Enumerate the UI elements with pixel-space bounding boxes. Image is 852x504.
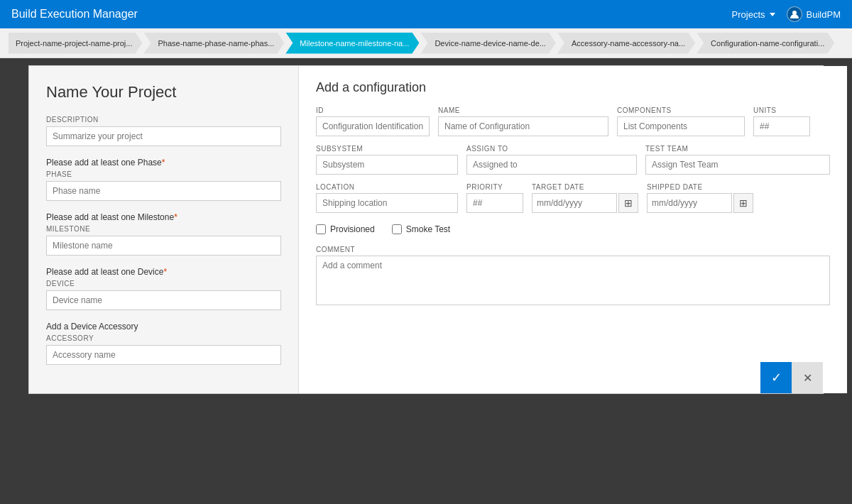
subsystem-label: SUBSYSTEM	[316, 145, 458, 153]
smoketest-checkbox[interactable]	[392, 224, 402, 234]
confirm-button[interactable]: ✓	[760, 362, 792, 393]
testteam-label: TEST TEAM	[645, 145, 830, 153]
breadcrumb: Project-name-project-name-proj... Phase-…	[0, 28, 852, 58]
milestone-section: Please add at least one Milestone* MILES…	[46, 212, 281, 256]
device-input[interactable]	[46, 290, 281, 310]
location-label: LOCATION	[316, 183, 458, 191]
accessory-input[interactable]	[46, 345, 281, 365]
shippeddate-input[interactable]	[647, 193, 732, 213]
assign-label: ASSIGN TO	[466, 145, 637, 153]
chevron-down-icon	[770, 13, 775, 16]
phase-sublabel: PHASE	[46, 170, 281, 178]
comment-label: COMMENT	[316, 246, 830, 253]
milestone-main-label: Please add at least one Milestone*	[46, 212, 281, 222]
comment-section: COMMENT	[316, 246, 830, 305]
form-row-3: LOCATION PRIORITY TARGET DATE ⊞ SHIPPED …	[316, 183, 830, 213]
projects-menu[interactable]: Projects	[732, 9, 775, 20]
breadcrumb-item-project[interactable]: Project-name-project-name-proj...	[9, 33, 142, 54]
testteam-input[interactable]	[645, 155, 830, 175]
location-field: LOCATION	[316, 183, 458, 213]
right-panel: Add a configuration ID NAME COMPONENTS U…	[299, 66, 847, 393]
description-label: DESCRIPTION	[46, 116, 281, 124]
breadcrumb-item-accessory[interactable]: Accessory-name-accessory-na...	[557, 33, 695, 54]
name-input[interactable]	[438, 116, 608, 136]
subsystem-input[interactable]	[316, 155, 458, 175]
form-row-1: ID NAME COMPONENTS UNITS	[316, 106, 830, 136]
shippeddate-calendar-icon[interactable]: ⊞	[733, 193, 753, 213]
targetdate-label: TARGET DATE	[532, 183, 638, 191]
device-section: Please add at least one Device* DEVICE	[46, 267, 281, 310]
units-input[interactable]	[753, 116, 810, 136]
breadcrumb-item-device[interactable]: Device-name-device-name-de...	[420, 33, 556, 54]
device-sublabel: DEVICE	[46, 280, 281, 287]
shippeddate-label: SHIPPED DATE	[647, 183, 753, 191]
checkmark-icon: ✓	[771, 370, 782, 385]
config-title: Add a configuration	[316, 80, 830, 95]
targetdate-field: TARGET DATE ⊞	[532, 183, 638, 213]
phase-main-label: Please add at least one Phase*	[46, 158, 281, 168]
name-label: NAME	[438, 106, 608, 114]
breadcrumb-item-phase[interactable]: Phase-name-phase-name-phas...	[143, 33, 284, 54]
breadcrumb-item-configuration[interactable]: Configuration-name-configurati...	[697, 33, 834, 54]
nav-right: Projects BuildPM	[732, 6, 841, 22]
subsystem-field: SUBSYSTEM	[316, 145, 458, 175]
targetdate-input[interactable]	[532, 193, 617, 213]
priority-input[interactable]	[466, 193, 523, 213]
device-main-label: Please add at least one Device*	[46, 267, 281, 277]
breadcrumb-item-milestone[interactable]: Milestone-name-milestone-na...	[285, 33, 419, 54]
shippeddate-field: SHIPPED DATE ⊞	[647, 183, 753, 213]
phase-section: Please add at least one Phase* PHASE	[46, 158, 281, 201]
description-input[interactable]	[46, 126, 281, 146]
milestone-sublabel: MILESTONE	[46, 225, 281, 233]
units-field: UNITS	[753, 106, 810, 136]
cancel-button[interactable]: ✕	[792, 362, 823, 393]
phase-input[interactable]	[46, 181, 281, 201]
form-row-2: SUBSYSTEM ASSIGN TO TEST TEAM	[316, 145, 830, 175]
name-field: NAME	[438, 106, 608, 136]
top-navigation: Build Execution Manager Projects BuildPM	[0, 0, 852, 28]
targetdate-calendar-icon[interactable]: ⊞	[618, 193, 638, 213]
assign-input[interactable]	[466, 155, 637, 175]
components-label: COMPONENTS	[617, 106, 745, 114]
user-avatar-icon	[787, 6, 802, 22]
description-section: DESCRIPTION	[46, 116, 281, 146]
user-menu[interactable]: BuildPM	[787, 6, 841, 22]
accessory-section: Add a Device Accessory ACCESSORY	[46, 322, 281, 365]
location-input[interactable]	[316, 193, 458, 213]
provisioned-checkbox[interactable]	[316, 224, 326, 234]
shippeddate-wrapper: ⊞	[647, 193, 753, 213]
config-form: ID NAME COMPONENTS UNITS	[316, 106, 830, 305]
components-input[interactable]	[617, 116, 745, 136]
accessory-main-label: Add a Device Accessory	[46, 322, 281, 332]
accessory-sublabel: ACCESSORY	[46, 334, 281, 342]
smoketest-checkbox-label[interactable]: Smoke Test	[392, 224, 450, 234]
id-field: ID	[316, 106, 430, 136]
app-title: Build Execution Manager	[11, 8, 138, 21]
units-label: UNITS	[753, 106, 810, 114]
dialog-footer: ✓ ✕	[760, 362, 823, 393]
project-title: Name Your Project	[46, 83, 281, 102]
priority-label: PRIORITY	[466, 183, 523, 191]
assign-field: ASSIGN TO	[466, 145, 637, 175]
comment-textarea[interactable]	[316, 256, 830, 305]
main-dialog: Name Your Project DESCRIPTION Please add…	[28, 65, 824, 394]
id-label: ID	[316, 106, 430, 114]
priority-field: PRIORITY	[466, 183, 523, 213]
provisioned-checkbox-label[interactable]: Provisioned	[316, 224, 375, 234]
testteam-field: TEST TEAM	[645, 145, 830, 175]
components-field: COMPONENTS	[617, 106, 745, 136]
milestone-input[interactable]	[46, 236, 281, 256]
left-panel: Name Your Project DESCRIPTION Please add…	[29, 66, 299, 393]
close-icon: ✕	[803, 371, 812, 385]
targetdate-wrapper: ⊞	[532, 193, 638, 213]
checkbox-row: Provisioned Smoke Test	[316, 221, 830, 237]
id-input[interactable]	[316, 116, 430, 136]
